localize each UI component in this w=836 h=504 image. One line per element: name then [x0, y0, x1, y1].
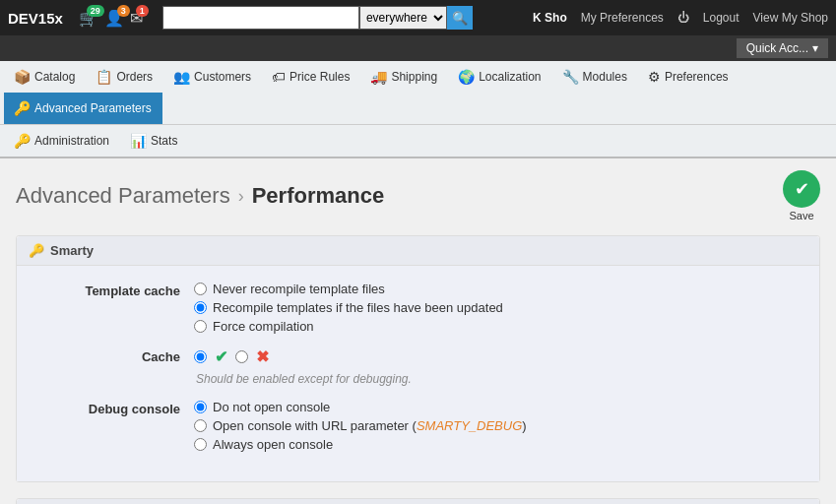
quickaccess-button[interactable]: Quick Acc... ▾ [737, 38, 828, 58]
nav-item-localization[interactable]: 🌍 Localization [448, 61, 551, 93]
debug-console-row: Debug console Do not open console Open c… [36, 400, 800, 452]
nav-bar: 📦 Catalog 📋 Orders 👥 Customers 🏷 Price R… [0, 61, 836, 125]
smarty-panel-heading: 🔑 Smarty [17, 236, 819, 266]
logout-link[interactable]: Logout [703, 11, 740, 25]
users-icon[interactable]: 👤3 [104, 9, 124, 28]
nav-item-preferences[interactable]: ⚙ Preferences [638, 61, 740, 93]
view-my-shop-link[interactable]: View My Shop [753, 11, 828, 25]
search-button[interactable]: 🔍 [447, 6, 473, 30]
template-cache-row: Template cache Never recompile template … [36, 282, 800, 334]
cache-disabled-radio[interactable] [235, 350, 248, 363]
orders-icon: 📋 [96, 69, 112, 85]
debug-option-always-label: Always open console [213, 437, 333, 452]
smarty-panel: 🔑 Smarty Template cache Never recompile … [16, 235, 820, 482]
smarty-heading-label: Smarty [50, 243, 94, 258]
catalog-icon: 📦 [14, 69, 31, 85]
cache-cross-icon: ✖ [256, 347, 269, 366]
cache-option-never-label: Never recompile template files [213, 282, 385, 296]
nav-item-customers[interactable]: 👥 Customers [163, 61, 262, 93]
page-content: Advanced Parameters › Performance ✔ Save… [0, 158, 836, 504]
page-title: Advanced Parameters › Performance [16, 183, 384, 209]
username: K Sho [533, 11, 567, 25]
cache-option-recompile[interactable]: Recompile templates if the files have be… [194, 300, 503, 315]
messages-icon[interactable]: ✉1 [130, 9, 143, 28]
users-badge: 3 [117, 5, 130, 17]
template-cache-label: Template cache [36, 282, 194, 298]
customers-icon: 👥 [173, 69, 190, 85]
cache-option-force-label: Force compilation [213, 319, 314, 334]
topbar-right: K Sho My Preferences ⏻ Logout View My Sh… [533, 11, 828, 25]
cache-row: Cache ✔ ✖ Should be enabled except for d… [36, 347, 800, 386]
nav-label-advanced-parameters: Advanced Parameters [34, 101, 152, 115]
advanced-parameters-icon: 🔑 [14, 100, 31, 116]
cache-check-icon: ✔ [215, 347, 227, 366]
cache-hint: Should be enabled except for debugging. [196, 372, 412, 386]
cache-option-never[interactable]: Never recompile template files [194, 282, 503, 296]
save-button[interactable]: ✔ Save [783, 170, 820, 221]
nav-label-stats: Stats [151, 134, 177, 148]
topbar-icons: 🛒29 👤3 ✉1 [79, 9, 143, 28]
debug-option-url[interactable]: Open console with URL parameter (SMARTY_… [194, 418, 527, 433]
breadcrumb: Advanced Parameters [16, 183, 230, 209]
my-preferences-link[interactable]: My Preferences [581, 11, 664, 25]
debug-option-none[interactable]: Do not open console [194, 400, 527, 414]
page-header: Advanced Parameters › Performance ✔ Save [16, 170, 820, 221]
nav-label-localization: Localization [479, 70, 541, 84]
nav-item-catalog[interactable]: 📦 Catalog [4, 61, 86, 93]
modules-icon: 🔧 [562, 69, 579, 85]
smarty-panel-body: Template cache Never recompile template … [17, 266, 819, 481]
nav-item-price-rules[interactable]: 🏷 Price Rules [262, 61, 360, 93]
nav-label-preferences: Preferences [665, 70, 729, 84]
nav-label-price-rules: Price Rules [289, 70, 350, 84]
save-label: Save [789, 210, 813, 221]
preferences-icon: ⚙ [648, 69, 661, 85]
debug-option-none-label: Do not open console [213, 400, 330, 414]
quickaccess-label: Quick Acc... [746, 41, 808, 55]
debug-radio-url[interactable] [194, 419, 207, 432]
cache-enabled-radio[interactable] [194, 350, 207, 363]
logo: DEV15x [8, 10, 63, 27]
cache-inline: ✔ ✖ [194, 347, 412, 366]
breadcrumb-separator: › [238, 186, 244, 207]
cart-icon[interactable]: 🛒29 [79, 9, 98, 28]
chevron-down-icon: ▾ [812, 41, 818, 55]
page-current-title: Performance [252, 183, 385, 209]
cache-radio-never[interactable] [194, 283, 207, 295]
nav-item-stats[interactable]: 📊 Stats [120, 125, 188, 157]
stats-icon: 📊 [130, 133, 147, 149]
topbar: DEV15x 🛒29 👤3 ✉1 everywhere catalog cust… [0, 0, 836, 35]
price-rules-icon: 🏷 [272, 69, 286, 85]
nav-label-administration: Administration [34, 134, 109, 148]
localization-icon: 🌍 [458, 69, 475, 85]
nav-label-catalog: Catalog [34, 70, 75, 84]
search-input[interactable] [162, 6, 359, 30]
nav-item-advanced-parameters[interactable]: 🔑 Advanced Parameters [4, 93, 162, 124]
administration-icon: 🔑 [14, 133, 31, 149]
cache-option-force[interactable]: Force compilation [194, 319, 503, 334]
debug-option-always[interactable]: Always open console [194, 437, 527, 452]
search-bar: everywhere catalog customers orders 🔍 [162, 6, 513, 30]
nav-item-administration[interactable]: 🔑 Administration [4, 125, 120, 157]
debug-controls: Do not open console Open console with UR… [194, 400, 527, 452]
nav-item-orders[interactable]: 📋 Orders [86, 61, 163, 93]
quickaccess-bar: Quick Acc... ▾ [0, 35, 836, 61]
shipping-icon: 🚚 [370, 69, 387, 85]
search-scope-select[interactable]: everywhere catalog customers orders [359, 6, 447, 30]
nav-item-shipping[interactable]: 🚚 Shipping [360, 61, 448, 93]
nav-label-customers: Customers [194, 70, 251, 84]
cart-badge: 29 [87, 5, 104, 17]
nav-bar2: 🔑 Administration 📊 Stats [0, 125, 836, 158]
cache-option-recompile-label: Recompile templates if the files have be… [213, 300, 503, 315]
nav-label-orders: Orders [116, 70, 153, 84]
messages-badge: 1 [136, 5, 149, 17]
smarty-heading-icon: 🔑 [29, 243, 44, 258]
save-icon: ✔ [783, 170, 820, 208]
debug-radio-always[interactable] [194, 438, 207, 451]
debug-radio-none[interactable] [194, 401, 207, 413]
cache-radio-recompile[interactable] [194, 301, 207, 314]
nav-label-modules: Modules [583, 70, 627, 84]
template-cache-controls: Never recompile template files Recompile… [194, 282, 503, 334]
logout-icon: ⏻ [677, 11, 689, 25]
nav-item-modules[interactable]: 🔧 Modules [552, 61, 638, 93]
cache-radio-force[interactable] [194, 320, 207, 333]
